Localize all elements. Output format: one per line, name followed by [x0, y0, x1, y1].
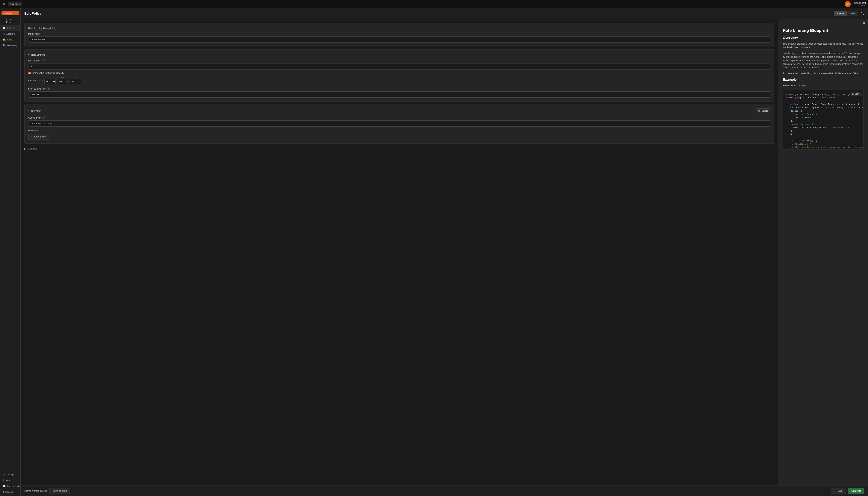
blueprint-info-icon[interactable]: i — [54, 27, 57, 30]
sidebar-item-label: Discovery — [7, 44, 17, 47]
mm-label: mm — [57, 77, 68, 79]
env-chevron-icon: ▾ — [16, 12, 17, 14]
sidebar-item-label: Control Points — [6, 18, 18, 24]
sidebar-item-policies[interactable]: 📄 Policies — [0, 25, 20, 31]
alerts-icon: 🔔 — [3, 38, 5, 41]
selector-advanced-row[interactable]: ▶ Advanced — [28, 129, 771, 131]
limit-by-field: Limit by label key i — [28, 87, 771, 97]
sidebar-item-label: Alerts — [7, 38, 13, 41]
ss-label: ss — [70, 77, 81, 79]
mm-select[interactable]: 00 — [57, 79, 68, 84]
selectors-section: ▾ Selectors 🗑 Delete Control point* i — [24, 105, 774, 144]
continue-button[interactable]: Continue — [848, 488, 864, 494]
advanced-chevron-icon: ▶ — [28, 129, 30, 131]
copy-icon: ⧉ — [852, 93, 854, 95]
control-point-label: Control point* i — [28, 116, 771, 119]
control-point-info-icon[interactable]: i — [43, 116, 46, 119]
rate-limiting-title: Rate Limiting — [31, 53, 45, 56]
bottom-left: Leave without saving Save as draft — [24, 488, 70, 494]
rate-limiting-section: ▾ Rate Limiting Fill amount* i Same valu… — [24, 49, 774, 102]
copy-button[interactable]: ⧉ Copy — [850, 92, 862, 96]
user-info: karanbir.sohi Owner — [853, 2, 866, 6]
same-bucket-label: Same value for Bucket capacity — [32, 72, 64, 74]
mm-group: mm 00 — [57, 77, 68, 84]
workspace-selector[interactable]: fluxninja ▾ — [8, 2, 22, 6]
rate-limiting-header[interactable]: ▾ Rate Limiting — [28, 53, 771, 56]
control-point-input[interactable] — [28, 121, 771, 127]
sidebar-item-control-points[interactable]: ✕ Control Points — [0, 17, 20, 25]
user-name: karanbir.sohi — [853, 2, 866, 4]
sidebar-item-documentation[interactable]: 📖 Documentation — [0, 483, 20, 489]
limit-by-input[interactable] — [28, 91, 771, 97]
add-selector-button[interactable]: + Add Selector — [28, 134, 49, 140]
add-icon: + — [31, 136, 32, 138]
collapse-button[interactable]: ◀ collapse — [0, 489, 20, 495]
delete-selector-button[interactable]: 🗑 Delete — [756, 108, 771, 113]
panel-overview-text2: Rate limiting is a critical strategy for… — [783, 51, 864, 69]
sidebar-item-alerts[interactable]: 🔔 Alerts — [0, 37, 20, 43]
selectors-title-label: Selectors — [31, 110, 41, 112]
hh-group: hh 00 — [44, 77, 56, 84]
workspace-chevron-icon: ▾ — [19, 3, 20, 5]
ss-select[interactable]: 30 — [70, 79, 81, 84]
bottom-bar: Leave without saving Save as draft ← Bac… — [20, 485, 868, 496]
back-arrow-icon: ← — [834, 490, 837, 492]
selectors-title[interactable]: ▾ Selectors — [28, 110, 41, 112]
sidebar-bottom: ⚙ Settings ? Help 📖 Documentation ◀ coll… — [0, 472, 20, 495]
close-button[interactable]: × — [2, 2, 5, 6]
rate-limiting-inner: Fill amount* i Same value for Bucket cap… — [28, 59, 771, 97]
hh-select[interactable]: 00 — [44, 79, 56, 84]
interval-row: Interval* i hh 00 — [28, 77, 771, 84]
content-area: Edit Policy Builder YAML ⛶ Rate Limiting… — [20, 8, 868, 496]
interval-info-icon[interactable]: i — [40, 79, 43, 82]
limit-by-label: Limit by label key i — [28, 87, 771, 90]
sidebar-item-aperture[interactable]: ◎ Aperture — [0, 31, 20, 37]
code-block: ⧉ Copy import { FlowStatus, LookupStatus… — [783, 90, 864, 150]
collapse-label: collapse — [5, 491, 13, 493]
form-area: Rate Limiting Blueprint i Policy name* ▾… — [20, 19, 778, 485]
hh-label: hh — [44, 77, 56, 79]
leave-button[interactable]: Leave without saving — [24, 488, 47, 494]
panel-overview-title: Overview — [783, 36, 864, 40]
workspace-label: fluxninja — [10, 3, 18, 5]
avatar: 🟠 — [845, 1, 851, 7]
top-bar-right: 🟠 karanbir.sohi Owner — [845, 1, 866, 7]
user-role: Owner — [853, 4, 866, 6]
blueprint-header: Rate Limiting Blueprint i — [28, 27, 771, 30]
back-button[interactable]: ← Back — [831, 488, 846, 494]
docs-icon: 📖 — [3, 485, 5, 487]
same-bucket-checkbox[interactable] — [28, 72, 31, 74]
sidebar-item-label: Aperture — [6, 33, 15, 35]
policy-name-input[interactable] — [28, 36, 771, 43]
sidebar-item-label: Settings — [6, 474, 14, 476]
sidebar-item-settings[interactable]: ⚙ Settings — [0, 472, 20, 478]
page-title: Edit Policy — [24, 12, 42, 16]
sidebar-item-discovery[interactable]: 🔍 Discovery — [0, 43, 20, 48]
yaml-view-button[interactable]: YAML — [847, 11, 858, 16]
limit-by-info-icon[interactable]: i — [47, 87, 50, 90]
env-selector[interactable]: latest-dev ▾ — [1, 11, 19, 15]
fill-amount-info-icon[interactable]: i — [42, 59, 45, 62]
sidebar-item-label: Help — [5, 479, 10, 482]
right-panel: × Rate Limiting Blueprint Overview This … — [778, 19, 868, 485]
panel-close-button[interactable]: × — [863, 21, 865, 25]
view-toggle: Builder YAML — [834, 11, 858, 16]
panel-close: × — [778, 19, 868, 25]
expand-button[interactable]: ⛶ — [861, 12, 864, 15]
rate-limiting-chevron-icon: ▾ — [28, 53, 30, 56]
same-bucket-row: Same value for Bucket capacity — [28, 72, 771, 74]
panel-main-title: Rate Limiting Blueprint — [783, 28, 864, 33]
bottom-advanced-row[interactable]: ▶ Advanced — [24, 147, 774, 151]
sidebar-item-help[interactable]: ? Help — [0, 478, 20, 483]
fill-amount-input[interactable] — [28, 63, 771, 69]
code-content: import { FlowStatus, LookupStatus } from… — [786, 93, 860, 150]
main-layout: latest-dev ▾ ✕ Control Points 📄 Policies… — [0, 8, 868, 496]
panel-overview-text1: This blueprint provides a token bucket b… — [783, 42, 864, 49]
bottom-right: ← Back Continue — [831, 488, 864, 494]
interval-label: Interval* i — [28, 79, 43, 82]
builder-view-button[interactable]: Builder — [835, 11, 847, 16]
panel-example-title: Example — [783, 78, 864, 82]
bottom-advanced-chevron-icon: ▶ — [24, 148, 26, 150]
save-draft-button[interactable]: Save as draft — [49, 488, 70, 494]
sidebar: latest-dev ▾ ✕ Control Points 📄 Policies… — [0, 8, 20, 496]
